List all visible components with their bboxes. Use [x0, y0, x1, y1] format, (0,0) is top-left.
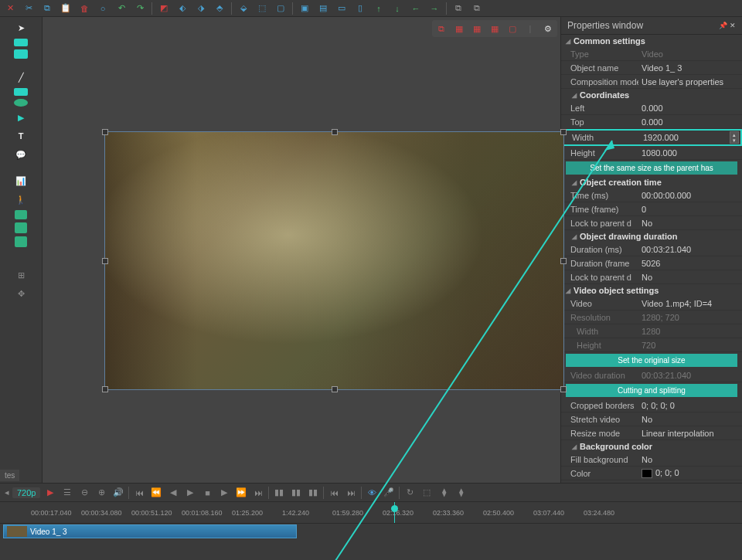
- section-coordinates[interactable]: Coordinates: [561, 89, 742, 101]
- canvas-area[interactable]: ⧉ ▦ ▦ ▦ ▢ | ⚙: [43, 17, 560, 483]
- chat-tool[interactable]: 💬: [13, 147, 29, 162]
- cut-icon[interactable]: ✂: [22, 2, 36, 15]
- rect-icon[interactable]: ▭: [335, 2, 349, 15]
- align-center-h-icon[interactable]: ⬗: [194, 2, 208, 15]
- video-preview[interactable]: [104, 131, 564, 390]
- prop-resize-mode[interactable]: Resize modeLinear interpolation: [561, 426, 742, 440]
- arrow-down-icon[interactable]: ↓: [390, 2, 404, 15]
- layers-icon[interactable]: ⧉: [434, 22, 449, 36]
- close-x-icon[interactable]: ✕: [3, 2, 17, 15]
- camera-tool[interactable]: [15, 210, 27, 219]
- distribute-h-icon[interactable]: ▣: [298, 2, 311, 15]
- zoom-out-icon[interactable]: ⊖: [77, 486, 91, 500]
- layers2-icon[interactable]: ⧉: [470, 2, 484, 15]
- prop-color[interactable]: Color0; 0; 0: [561, 467, 742, 480]
- step-back-icon[interactable]: ◀: [166, 486, 180, 500]
- jump-start-icon[interactable]: ⏮: [327, 486, 341, 500]
- undo-icon[interactable]: ↶: [114, 2, 128, 15]
- person-tool[interactable]: 🚶: [13, 192, 29, 207]
- delete-icon[interactable]: 🗑: [77, 2, 91, 15]
- prop-time-frame[interactable]: Time (frame)0: [561, 202, 742, 216]
- prop-stretch[interactable]: Stretch videoNo: [561, 412, 742, 426]
- select-icon[interactable]: ◩: [157, 2, 171, 15]
- marker2-icon[interactable]: ▮▮: [289, 486, 303, 500]
- split-icon[interactable]: ⧫: [437, 486, 451, 500]
- stop-icon[interactable]: ■: [200, 486, 214, 500]
- prop-fill-bg[interactable]: Fill backgroundNo: [561, 453, 742, 467]
- prop-video[interactable]: VideoVideo 1.mp4; ID=4: [561, 297, 742, 311]
- section-creation-time[interactable]: Object creation time: [561, 176, 742, 188]
- rect-tool[interactable]: [14, 39, 28, 46]
- grid3-icon[interactable]: ▦: [487, 22, 502, 36]
- jump-end-icon[interactable]: ⏭: [344, 486, 358, 500]
- arrow-right-icon[interactable]: →: [427, 2, 441, 15]
- redo-icon[interactable]: ↷: [133, 2, 147, 15]
- resize-handle[interactable]: [102, 386, 108, 392]
- play-tool[interactable]: ▶: [13, 110, 29, 125]
- prop-duration-frame[interactable]: Duration (frame5026: [561, 256, 742, 270]
- cutting-button[interactable]: Cutting and splitting: [566, 384, 737, 397]
- section-common[interactable]: Common settings: [561, 35, 742, 47]
- text-tool[interactable]: T: [13, 128, 29, 144]
- original-size-button[interactable]: Set the original size: [566, 354, 737, 367]
- grid2-icon[interactable]: ▦: [469, 22, 485, 36]
- playhead[interactable]: [394, 502, 395, 523]
- ellipse-tool[interactable]: [14, 99, 28, 107]
- prop-composition-mode[interactable]: Composition modeUse layer's properties: [561, 75, 742, 89]
- timeline-track[interactable]: Video 1_ 3: [0, 524, 742, 539]
- rect-tool3[interactable]: [14, 88, 28, 96]
- rect2-icon[interactable]: ▯: [353, 2, 367, 15]
- arrow-left-icon[interactable]: ←: [409, 2, 423, 15]
- play-icon[interactable]: ▶: [183, 486, 197, 500]
- mic-icon[interactable]: 🎤: [382, 486, 396, 500]
- resize-handle[interactable]: [560, 258, 567, 264]
- eye-icon[interactable]: 👁: [365, 486, 379, 500]
- spinner-icon[interactable]: ▴▾: [730, 131, 739, 144]
- resize-handle[interactable]: [560, 129, 567, 135]
- align-left-icon[interactable]: ⬖: [175, 2, 189, 15]
- marker3-icon[interactable]: ▮▮: [306, 486, 320, 500]
- skip-end-icon[interactable]: ⏭: [251, 486, 265, 500]
- media-tool[interactable]: [15, 236, 27, 247]
- arrow-up-icon[interactable]: ↑: [372, 2, 386, 15]
- color-swatch[interactable]: [642, 469, 652, 478]
- prop-cropped[interactable]: Cropped borders0; 0; 0; 0: [561, 399, 742, 412]
- prop-left[interactable]: Left0.000: [561, 101, 742, 115]
- prop-loop-mode[interactable]: Loop modeShow last frame at the: [561, 480, 742, 483]
- section-video-settings[interactable]: Video object settings: [561, 284, 742, 297]
- align-bottom-icon[interactable]: ▢: [274, 2, 288, 15]
- copy-icon[interactable]: ⧉: [40, 2, 54, 15]
- prop-object-name[interactable]: Object nameVideo 1_ 3: [561, 61, 742, 75]
- music-tool[interactable]: [15, 222, 27, 233]
- timeline-ruler[interactable]: 00:00:17.040 00:00:34.080 00:00:51.120 0…: [0, 502, 742, 524]
- prop-width[interactable]: Width1920.000▴▾: [561, 129, 742, 146]
- next-frame-icon[interactable]: ⏩: [234, 486, 248, 500]
- step-fwd-icon[interactable]: ▶: [217, 486, 231, 500]
- prop-time-ms[interactable]: Time (ms)00:00:00.000: [561, 188, 742, 202]
- prop-lock-parent2[interactable]: Lock to parent dNo: [561, 270, 742, 284]
- split2-icon[interactable]: ⧫: [454, 486, 468, 500]
- video-clip[interactable]: Video 1_ 3: [3, 524, 297, 538]
- cursor-tool[interactable]: ➤: [13, 20, 29, 36]
- gear-icon[interactable]: ⚙: [540, 22, 556, 36]
- chart-tool[interactable]: 📊: [13, 173, 29, 188]
- prop-height[interactable]: Height1080.000: [561, 146, 742, 160]
- prop-top[interactable]: Top0.000: [561, 115, 742, 129]
- distribute-v-icon[interactable]: ▤: [316, 2, 330, 15]
- bounds-icon[interactable]: ▢: [505, 22, 520, 36]
- move-tool[interactable]: ✥: [13, 286, 29, 301]
- section-bg-color[interactable]: Background color: [561, 440, 742, 453]
- resize-handle[interactable]: [102, 258, 108, 264]
- rect-tool2[interactable]: [14, 49, 28, 59]
- resize-handle[interactable]: [332, 129, 338, 135]
- zoom-in-icon[interactable]: ⊕: [94, 486, 108, 500]
- same-size-button[interactable]: Set the same size as the parent has: [566, 161, 737, 175]
- pin-icon[interactable]: 📌 ✕: [719, 22, 736, 29]
- skip-start-icon[interactable]: ⏮: [132, 486, 146, 500]
- grid1-icon[interactable]: ▦: [451, 22, 467, 36]
- circle-icon[interactable]: ○: [96, 2, 110, 15]
- prev-frame-icon[interactable]: ⏪: [149, 486, 163, 500]
- paste-icon[interactable]: 📋: [59, 2, 73, 15]
- menu-icon[interactable]: ☰: [60, 486, 74, 500]
- layers-icon[interactable]: ⧉: [451, 2, 465, 15]
